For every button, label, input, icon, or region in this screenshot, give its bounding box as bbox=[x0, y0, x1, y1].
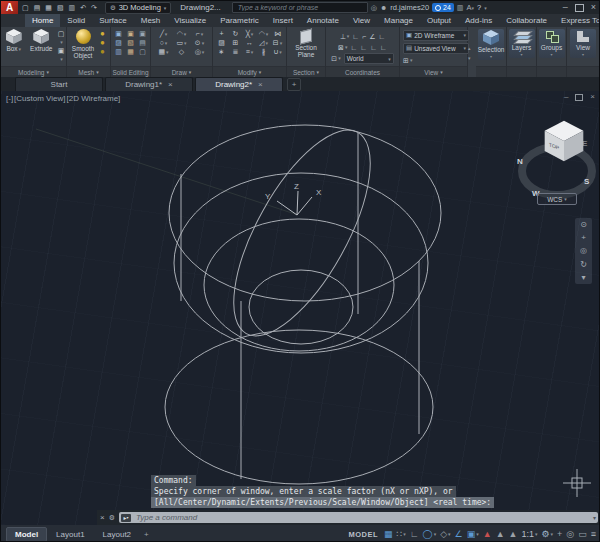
break-icon[interactable]: ∦ bbox=[258, 48, 270, 56]
panel-label-coordinates[interactable]: Coordinates bbox=[326, 66, 399, 77]
named-view-selector[interactable]: ▤ Unsaved View ▾ bbox=[403, 43, 469, 54]
app-menu-button[interactable]: A bbox=[1, 1, 18, 14]
scale-icon[interactable]: ◿ bbox=[258, 39, 270, 47]
ucs-named-icon[interactable]: ∟ bbox=[380, 43, 387, 52]
erase-icon[interactable]: ▨ bbox=[216, 39, 228, 47]
file-tab-drawing1[interactable]: Drawing1*× bbox=[105, 77, 193, 91]
offset-icon[interactable]: ≣ bbox=[230, 48, 242, 56]
wcs-selector[interactable]: WCS ▾ bbox=[537, 193, 577, 205]
command-input[interactable] bbox=[134, 512, 590, 523]
extrude-button[interactable]: Extrude bbox=[29, 29, 55, 52]
plot-icon[interactable]: ▥ bbox=[68, 3, 77, 13]
presspull-icon[interactable]: ▣ bbox=[56, 47, 66, 63]
tab-express-tools[interactable]: Express Tools bbox=[554, 14, 600, 27]
object-snap-icon[interactable]: ▣ bbox=[467, 529, 479, 540]
minimize-button[interactable]: – bbox=[563, 3, 568, 12]
union-icon[interactable]: ▣ bbox=[114, 30, 124, 38]
annotation-scale-value[interactable]: 1:1 bbox=[521, 529, 537, 540]
ucs-y-icon[interactable]: ∟ bbox=[360, 43, 367, 52]
autoscale-icon[interactable]: ▲ bbox=[496, 529, 505, 539]
signed-in-user[interactable]: rd.jaimes20 bbox=[390, 3, 429, 12]
ucs-world-icon[interactable]: ∟ bbox=[352, 32, 359, 41]
circle-icon[interactable]: ○ bbox=[156, 39, 172, 47]
rectangle-icon[interactable]: ▭ bbox=[174, 39, 190, 47]
ucs-zaxis-icon[interactable]: ∠ bbox=[369, 32, 375, 41]
hatch-icon[interactable]: ▦ bbox=[156, 48, 172, 56]
panel-label-mesh[interactable]: Mesh▾ bbox=[67, 66, 110, 77]
alerts-icon[interactable]: A▾ bbox=[466, 3, 474, 12]
ellipse-icon[interactable]: ⊙ bbox=[192, 39, 208, 47]
file-tab-start[interactable]: Start bbox=[15, 77, 103, 91]
close-icon[interactable]: × bbox=[168, 80, 173, 89]
trim-icon[interactable]: ╳ bbox=[244, 30, 256, 38]
thicken-icon[interactable]: ▤ bbox=[138, 39, 148, 47]
navbar-more-icon[interactable]: ▾ bbox=[581, 273, 585, 282]
tab-manage[interactable]: Manage bbox=[377, 14, 420, 27]
rotate-icon[interactable]: ↻ bbox=[230, 30, 242, 38]
panel-label-modify[interactable]: Modify▾ bbox=[213, 66, 286, 77]
layers-button[interactable]: Layers ▾ bbox=[509, 29, 535, 58]
tab-insert[interactable]: Insert bbox=[266, 14, 300, 27]
grid-display-icon[interactable]: ▦ bbox=[384, 529, 393, 539]
tab-output[interactable]: Output bbox=[420, 14, 458, 27]
arc-icon[interactable]: ◠ bbox=[174, 30, 190, 38]
polar-tracking-icon[interactable]: ◯ bbox=[423, 529, 437, 540]
graphics-performance-icon[interactable]: ▭ bbox=[578, 529, 587, 539]
search-icon[interactable]: ◎ bbox=[371, 4, 377, 12]
view-menu-control[interactable]: [Custom View] bbox=[14, 94, 65, 103]
ucs-icon[interactable]: ⊥ bbox=[340, 32, 350, 42]
viewcube[interactable]: N E S W TOP WCS ▾ bbox=[513, 105, 599, 217]
stretch-icon[interactable]: ↔ bbox=[244, 39, 256, 47]
customization-icon[interactable]: ≡ bbox=[591, 529, 596, 539]
section-plane-button[interactable]: Section Plane bbox=[290, 29, 322, 58]
isolate-objects-icon[interactable]: ◎ bbox=[566, 529, 574, 539]
minimize-drawing-button[interactable]: – bbox=[564, 93, 568, 101]
search-box[interactable] bbox=[232, 2, 368, 13]
tab-annotate[interactable]: Annotate bbox=[300, 14, 346, 27]
panel-label-layers[interactable] bbox=[507, 66, 536, 77]
panel-scroll-up-icon[interactable]: ▴ bbox=[468, 45, 471, 51]
offset-edge-icon[interactable]: ▢ bbox=[138, 48, 148, 56]
region-icon[interactable]: ◇ bbox=[174, 48, 190, 56]
box-button[interactable]: Box bbox=[1, 29, 27, 53]
save-as-icon[interactable]: ▧ bbox=[56, 3, 65, 13]
mesh-smooth-more-icon[interactable]: ● bbox=[98, 39, 107, 47]
panel-label-view[interactable]: View▾ bbox=[400, 66, 467, 77]
isodraft-icon[interactable]: ◇ bbox=[440, 529, 450, 540]
object-snap-tracking-icon[interactable]: ∠ bbox=[455, 529, 463, 539]
align-icon[interactable]: ≡ bbox=[244, 48, 256, 56]
move-icon[interactable]: + bbox=[216, 30, 228, 38]
visual-style-menu-control[interactable]: [2D Wireframe] bbox=[67, 94, 121, 103]
tab-mesh[interactable]: Mesh bbox=[134, 14, 168, 27]
panel-label-view-utilities[interactable] bbox=[567, 66, 599, 77]
model-space-indicator[interactable]: MODEL bbox=[348, 530, 378, 539]
tab-parametric[interactable]: Parametric bbox=[213, 14, 266, 27]
interfere-icon[interactable]: ▧ bbox=[126, 39, 136, 47]
explode-icon[interactable]: ∗ bbox=[216, 48, 228, 56]
array-icon[interactable]: ⊟ bbox=[272, 39, 284, 47]
annotation-scale-icon[interactable]: ▲ bbox=[509, 529, 518, 539]
orbit-icon[interactable]: ↻ bbox=[580, 260, 587, 269]
viewport-menu-control[interactable]: [-] bbox=[6, 94, 13, 103]
redo-icon[interactable]: ↷ bbox=[90, 3, 98, 13]
mirror-icon[interactable]: ⋈ bbox=[272, 30, 284, 38]
close-command-line-icon[interactable]: × bbox=[100, 513, 105, 522]
tab-visualize[interactable]: Visualize bbox=[167, 14, 213, 27]
tab-collaborate[interactable]: Collaborate bbox=[499, 14, 554, 27]
chevron-down-icon[interactable]: ▾ bbox=[484, 5, 487, 11]
tab-surface[interactable]: Surface bbox=[92, 14, 134, 27]
close-icon[interactable]: × bbox=[258, 80, 263, 89]
compass-north[interactable]: N bbox=[517, 157, 523, 166]
shell-icon[interactable]: ▥ bbox=[114, 48, 124, 56]
close-drawing-button[interactable]: × bbox=[590, 93, 595, 101]
tab-solid[interactable]: Solid bbox=[60, 14, 92, 27]
polysolid-icon[interactable]: ▢ bbox=[56, 30, 66, 46]
point-icon[interactable]: ◎ bbox=[192, 48, 208, 56]
save-icon[interactable]: ▦ bbox=[44, 3, 53, 13]
panel-label-modeling[interactable]: Modeling▾ bbox=[1, 66, 66, 77]
visual-style-selector[interactable]: ▣ 2D Wireframe ▾ bbox=[403, 30, 469, 41]
steering-wheel-icon[interactable]: ⊙ bbox=[580, 220, 587, 229]
panel-label-section[interactable]: Section▾ bbox=[287, 66, 325, 77]
tab-home[interactable]: Home bbox=[25, 14, 60, 27]
compass-south[interactable]: S bbox=[584, 177, 589, 186]
